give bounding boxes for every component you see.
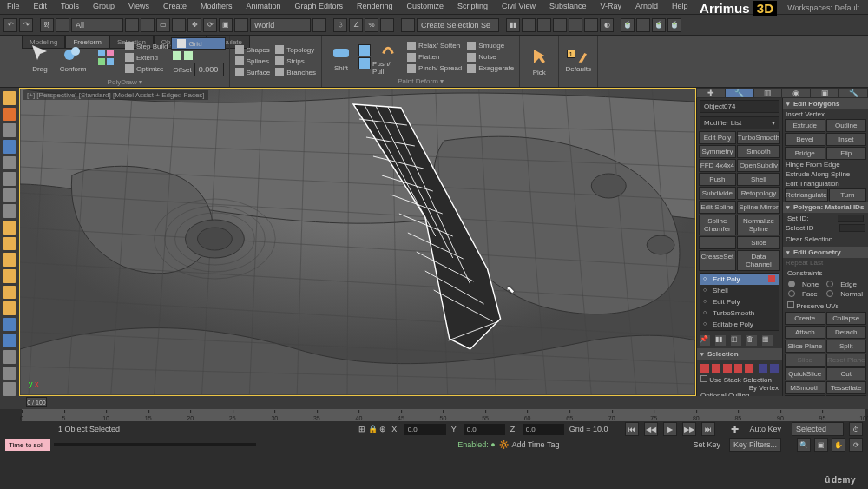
next-frame-button[interactable]: ▶▶	[682, 422, 696, 436]
menu-help[interactable]: Help	[665, 0, 695, 14]
lt-icon-16[interactable]	[3, 334, 16, 347]
creaseset-mod-button[interactable]: CreaseSet	[699, 250, 736, 271]
undo-button[interactable]: ↶	[3, 18, 17, 32]
branches-button[interactable]: Branches	[273, 67, 318, 77]
lt-icon-18[interactable]	[3, 367, 16, 380]
pin-stack-button[interactable]: 📌	[700, 335, 710, 346]
conform-options[interactable]	[90, 39, 122, 76]
stack-item-editable-poly[interactable]: Editable Poly	[700, 319, 779, 330]
menu-file[interactable]: File	[0, 0, 27, 14]
x-coord-field[interactable]: 0.0	[404, 424, 446, 435]
snap-toggle-button[interactable]: 𝟹	[333, 18, 347, 32]
menu-animation[interactable]: Animation	[239, 0, 287, 14]
menu-substance[interactable]: Substance	[542, 0, 594, 14]
splines-button[interactable]: Splines	[233, 56, 273, 66]
hinge-from-edge-button[interactable]: Hinge From Edge	[786, 161, 865, 169]
pp-smudge-button[interactable]: Smudge	[465, 41, 516, 51]
zoom-all-button[interactable]: ▣	[814, 438, 828, 452]
detach-button[interactable]: Detach	[826, 326, 867, 339]
redo-button[interactable]: ↷	[19, 18, 33, 32]
menu-tools[interactable]: Tools	[54, 0, 86, 14]
named-sel-dropdown[interactable]: Create Selection Se	[417, 18, 499, 32]
edit-polygons-rollout-header[interactable]: Edit Polygons	[783, 98, 868, 109]
y-coord-field[interactable]: 0.0	[464, 424, 505, 435]
menu-create[interactable]: Create	[156, 0, 194, 14]
bevel-button[interactable]: Bevel	[785, 133, 825, 146]
material-ids-rollout-header[interactable]: Polygon: Material IDs	[783, 202, 868, 213]
turbosmooth-mod-button[interactable]: TurboSmooth	[737, 131, 780, 144]
timeline-ruler[interactable]: 0510152025303540455055606570758085909510…	[22, 409, 865, 421]
shapes-button[interactable]: Shapes	[233, 44, 273, 55]
attach-button[interactable]: Attach	[785, 326, 825, 339]
stack-item-edit-poly[interactable]: Edit Poly	[700, 274, 779, 285]
play-button[interactable]: ▶	[663, 422, 677, 436]
rotate-button[interactable]: ⟳	[203, 18, 217, 32]
menu-modifiers[interactable]: Modifiers	[194, 0, 240, 14]
lt-icon-2[interactable]	[3, 108, 16, 122]
preserve-uvs-checkbox[interactable]	[787, 301, 794, 308]
pick-button[interactable]: Pick	[523, 43, 555, 80]
inset-button[interactable]: Inset	[826, 133, 867, 146]
retopology-mod-button[interactable]: Retopology	[737, 187, 780, 200]
curve-editor-button[interactable]	[569, 18, 582, 32]
select-id-field[interactable]	[839, 224, 865, 232]
orbit-button[interactable]: ⟳	[849, 438, 863, 452]
normalize-spline-mod-button[interactable]: Normalize Spline	[737, 215, 780, 235]
show-end-result-button[interactable]: ▮▮	[715, 335, 726, 346]
layer-explorer-button[interactable]	[537, 18, 551, 32]
opensubdiv-mod-button[interactable]: OpenSubdiv	[737, 159, 780, 172]
modify-tab[interactable]: 🔧	[726, 89, 753, 97]
remove-modifier-button[interactable]: 🗑	[746, 335, 757, 346]
constraint-face-radio[interactable]	[788, 290, 795, 297]
selection-filter-dropdown[interactable]: All	[71, 18, 123, 32]
grid-button[interactable]: Grid	[171, 37, 225, 50]
hierarchy-tab[interactable]: ▥	[754, 89, 782, 97]
edit-triangulation-button[interactable]: Edit Triangulation	[786, 180, 865, 188]
edit-spline-mod-button[interactable]: Edit Spline	[699, 201, 736, 214]
lt-icon-6[interactable]	[3, 172, 16, 186]
optimize-button[interactable]: Optimize	[123, 63, 169, 74]
lt-icon-12[interactable]	[3, 269, 16, 283]
move-button[interactable]: ✥	[187, 18, 201, 32]
border-subobj-button[interactable]	[723, 364, 732, 373]
symmetry-mod-button[interactable]: Symmetry	[699, 145, 736, 158]
lt-icon-14[interactable]	[3, 301, 16, 315]
lt-icon-10[interactable]	[3, 237, 16, 251]
lt-icon-19[interactable]	[3, 382, 16, 396]
select-button[interactable]	[125, 18, 139, 32]
tessellate-button[interactable]: Tessellate	[826, 381, 867, 394]
lt-icon-15[interactable]	[3, 318, 16, 332]
pp-exaggerate-button[interactable]: Exaggerate	[465, 63, 516, 74]
menu-edit[interactable]: Edit	[27, 0, 55, 14]
element-subobj-button[interactable]	[745, 364, 753, 373]
slice-plane-button[interactable]: Slice Plane	[785, 340, 825, 353]
repeat-last-button[interactable]: Repeat Last	[786, 259, 865, 267]
edge-subobj-button[interactable]	[712, 364, 720, 373]
modifier-list-dropdown[interactable]: Modifier List▾	[700, 116, 779, 129]
slice-mod-button[interactable]: Slice	[737, 236, 780, 249]
sel-opt-2[interactable]	[770, 364, 779, 373]
menu-scripting[interactable]: Scripting	[450, 0, 495, 14]
selection-rollout-header[interactable]: Selection	[697, 348, 782, 360]
stack-item-shell[interactable]: Shell	[700, 285, 779, 296]
spline-mirror-mod-button[interactable]: Spline Mirror	[737, 201, 780, 214]
push-mod-button[interactable]: Push	[699, 173, 736, 186]
insert-vertex-button[interactable]: Insert Vertex	[786, 110, 865, 118]
lt-icon-5[interactable]	[3, 156, 16, 170]
constraint-none-radio[interactable]	[788, 281, 795, 287]
toggle-ribbon-button[interactable]	[553, 18, 567, 32]
scale-button[interactable]: ▣	[219, 18, 233, 32]
menu-customize[interactable]: Customize	[400, 0, 451, 14]
link-button[interactable]: ⛓	[40, 18, 54, 32]
vertex-subobj-button[interactable]	[700, 364, 709, 373]
goto-start-button[interactable]: ⏮	[625, 422, 639, 436]
collapse-button[interactable]: Collapse	[826, 312, 867, 325]
lt-icon-13[interactable]	[3, 286, 16, 300]
pp-noise-button[interactable]: Noise	[465, 52, 516, 63]
constraint-normal-radio[interactable]	[826, 290, 833, 297]
menu-views[interactable]: Views	[122, 0, 156, 14]
polydraw-group-label[interactable]: PolyDraw ▾	[24, 77, 226, 86]
material-editor-button[interactable]: ◐	[600, 18, 614, 32]
split-button[interactable]: Split	[826, 340, 867, 353]
lt-icon-3[interactable]	[3, 123, 16, 137]
